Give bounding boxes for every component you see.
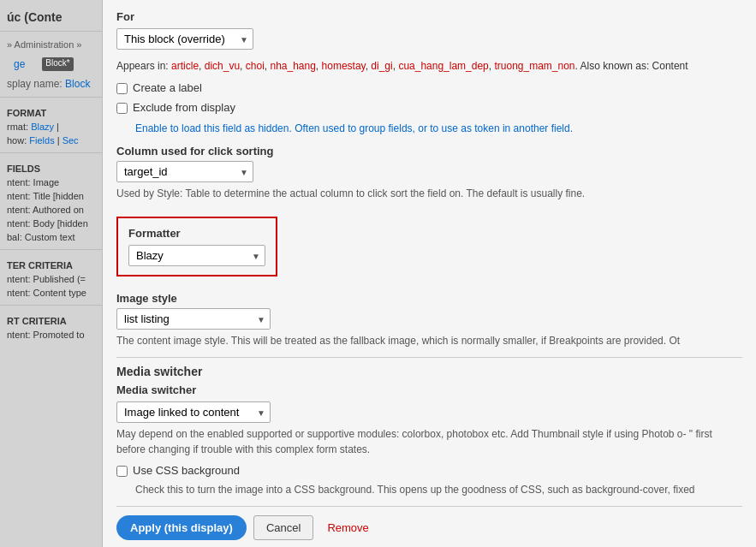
column-sort-title: Column used for click sorting <box>116 145 742 158</box>
sidebar-field-image: ntent: Image <box>0 175 102 189</box>
sec-link[interactable]: Sec <box>63 135 79 146</box>
use-css-checkbox[interactable] <box>116 466 128 477</box>
formatter-select-wrapper: Blazy Image Responsive image ▼ <box>128 245 265 266</box>
column-sort-select[interactable]: target_id nid title <box>116 161 253 182</box>
formatter-box: Formatter Blazy Image Responsive image ▼ <box>116 217 277 276</box>
media-switcher-select[interactable]: Image linked to content Image linked to … <box>116 401 271 423</box>
sidebar-filter-published: ntent: Published (= <box>0 272 102 286</box>
pipe1: | <box>57 122 59 132</box>
use-css-info: Check this to turn the image into a CSS … <box>135 484 742 496</box>
show-label: how: <box>7 135 27 146</box>
image-style-select-wrapper: list listing thumbnail medium large ▼ <box>116 308 271 330</box>
media-switcher-heading: Media switcher <box>116 357 742 378</box>
formatter-select[interactable]: Blazy Image Responsive image <box>128 245 265 266</box>
display-name-label: splay name: <box>7 78 63 90</box>
exclude-display-row: Exclude from display <box>116 101 742 114</box>
exclude-helper-text: Enable to load this field as hidden. Oft… <box>135 121 742 136</box>
format-label: rmat: <box>7 122 28 132</box>
appears-in-prefix: Appears in: <box>116 60 169 72</box>
for-select-wrapper: This block (override) All displays ▼ <box>116 28 253 50</box>
sidebar-field-authored: ntent: Authored on <box>0 203 102 217</box>
appears-in-homestay[interactable]: homestay <box>322 60 366 72</box>
sidebar-field-body: ntent: Body [hidden <box>0 217 102 230</box>
create-label-checkbox[interactable] <box>116 83 128 94</box>
main-panel: For This block (override) All displays ▼… <box>103 0 756 547</box>
image-style-info: The content image style. This will be tr… <box>116 333 742 348</box>
appears-in-dich-vu[interactable]: dich_vu <box>205 60 240 72</box>
appears-in-cua-hang[interactable]: cua_hang_lam_dep <box>398 60 488 72</box>
sidebar-breadcrumb: » Administration » <box>0 37 102 52</box>
cancel-button[interactable]: Cancel <box>253 515 313 540</box>
appears-in-truong[interactable]: truong_mam_non <box>494 60 574 72</box>
sidebar-sort-header: RT CRITERIA <box>0 311 102 328</box>
action-buttons: Apply (this display) Cancel Remove <box>116 506 742 540</box>
appears-in-di-gi[interactable]: di_gi <box>371 60 392 72</box>
remove-button[interactable]: Remove <box>320 516 375 539</box>
sidebar: úc (Conte » Administration » ge Block* s… <box>0 0 103 547</box>
appears-in-article[interactable]: article <box>171 60 199 72</box>
sidebar-title: úc (Conte <box>0 7 102 32</box>
for-label: For <box>116 10 742 23</box>
column-sort-select-wrapper: target_id nid title ▼ <box>116 161 253 182</box>
display-name-value[interactable]: Block <box>65 78 90 90</box>
sidebar-filter-type: ntent: Content type <box>0 286 102 300</box>
exclude-display-checkbox[interactable] <box>116 103 128 114</box>
image-style-title: Image style <box>116 292 742 305</box>
sidebar-format-header: FORMAT <box>0 103 102 120</box>
create-label-text: Create a label <box>133 81 202 94</box>
apply-button[interactable]: Apply (this display) <box>116 515 247 540</box>
appears-in-choi[interactable]: choi <box>246 60 265 72</box>
sidebar-filter-header: TER CRITERIA <box>0 255 102 272</box>
media-switcher-select-wrapper: Image linked to content Image linked to … <box>116 401 271 423</box>
sidebar-fields-header: FIELDS <box>0 158 102 175</box>
column-sort-info: Used by Style: Table to determine the ac… <box>116 186 742 201</box>
sidebar-tab-page[interactable]: ge <box>7 56 32 73</box>
sidebar-tab-block[interactable]: Block* <box>42 57 73 71</box>
sidebar-sort-promoted: ntent: Promoted to <box>0 328 102 342</box>
appears-in-nha-hang[interactable]: nha_hang <box>270 60 315 72</box>
appears-in-text: Appears in: article, dich_vu, choi, nha_… <box>116 58 742 74</box>
use-css-row: Use CSS background <box>116 464 742 477</box>
media-switcher-sub: Media switcher <box>116 383 742 396</box>
pipe2: | <box>57 135 60 146</box>
use-css-label: Use CSS background <box>133 464 240 477</box>
sidebar-field-title: ntent: Title [hidden <box>0 189 102 203</box>
create-label-row: Create a label <box>116 81 742 94</box>
formatter-title: Formatter <box>128 227 265 240</box>
image-style-select[interactable]: list listing thumbnail medium large <box>116 308 271 330</box>
media-info: May depend on the enabled supported or s… <box>116 426 742 457</box>
for-select[interactable]: This block (override) All displays <box>116 28 253 50</box>
format-value[interactable]: Blazy <box>31 122 54 132</box>
exclude-display-text: Exclude from display <box>133 101 235 114</box>
sidebar-field-custom: bal: Custom text <box>0 230 102 244</box>
fields-link[interactable]: Fields <box>29 135 54 146</box>
